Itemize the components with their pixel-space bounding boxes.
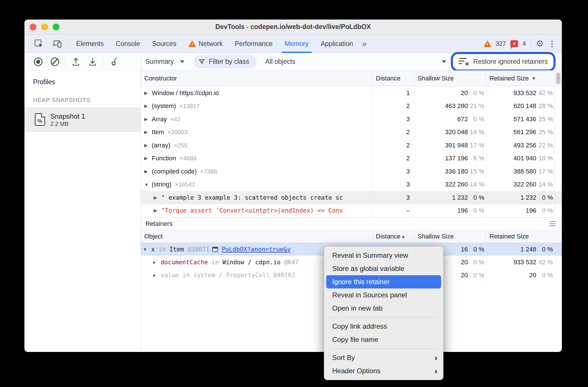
column-header-retained-size[interactable]: Retained Size▼ bbox=[486, 70, 555, 86]
settings-gear-icon[interactable]: ⚙ bbox=[536, 39, 544, 48]
table-row[interactable]: ▼(string)×16542 3 322 26014 % 322 26014 … bbox=[141, 178, 562, 191]
column-header-shallow-size[interactable]: Shallow Size bbox=[414, 230, 486, 242]
minimize-window-button[interactable] bbox=[41, 24, 48, 30]
record-heap-snapshot-icon[interactable] bbox=[31, 55, 46, 68]
retainers-menu-icon[interactable] bbox=[549, 221, 556, 226]
tab-sources[interactable]: Sources bbox=[146, 34, 182, 53]
objects-filter-select[interactable]: All objects bbox=[265, 58, 295, 66]
expand-icon[interactable]: ▶ bbox=[144, 130, 152, 135]
submenu-chevron-icon: › bbox=[435, 353, 437, 362]
errors-icon[interactable]: ✕ bbox=[510, 40, 518, 47]
menu-item-open-in-new-tab[interactable]: Open in new tab bbox=[324, 302, 443, 315]
load-profile-icon[interactable] bbox=[68, 55, 83, 68]
view-controls: Summary Filter by class All objects ✕ Re… bbox=[141, 53, 562, 70]
warnings-icon[interactable]: ! bbox=[484, 41, 491, 47]
clear-profiles-icon[interactable] bbox=[47, 55, 62, 68]
menu-item-ignore-this-retainer[interactable]: Ignore this retainer bbox=[326, 275, 441, 288]
menu-item-copy-link-address[interactable]: Copy link address bbox=[324, 320, 443, 333]
table-row[interactable]: ▶(system)×13817 2 463 28021 % 620 14828 … bbox=[141, 100, 562, 113]
expand-icon[interactable]: ▶ bbox=[153, 273, 161, 278]
column-header-object[interactable]: Object bbox=[141, 230, 372, 242]
menu-divider bbox=[329, 349, 439, 349]
tab-label: Sources bbox=[152, 40, 176, 48]
devtools-tabbar: Elements Console Sources ! Network Perfo… bbox=[24, 34, 562, 53]
tab-elements[interactable]: Elements bbox=[70, 34, 110, 53]
table-row[interactable]: ▶(compiled code)×7386 3 336 18015 % 388 … bbox=[141, 165, 562, 178]
reveal-object-icon[interactable] bbox=[212, 247, 218, 252]
menu-divider bbox=[329, 317, 439, 317]
toolbar-separator bbox=[103, 57, 103, 67]
tab-label: Application bbox=[321, 40, 353, 48]
column-header-constructor[interactable]: Constructor bbox=[141, 70, 372, 86]
table-row[interactable]: ▶Window / https://cdpn.io 1 200 % 933 53… bbox=[141, 86, 562, 100]
perspective-select[interactable]: Summary bbox=[145, 58, 174, 66]
menu-item-store-as-global-variable[interactable]: Store as global variable bbox=[324, 262, 443, 275]
expand-icon[interactable]: ▶ bbox=[144, 156, 152, 161]
inspect-element-icon[interactable] bbox=[30, 34, 48, 53]
tab-network[interactable]: ! Network bbox=[182, 34, 229, 53]
source-link[interactable]: PoLdbOX?anon=true&v bbox=[222, 246, 291, 253]
tab-console[interactable]: Console bbox=[110, 34, 146, 53]
menu-item-header-options[interactable]: Header Options› bbox=[324, 364, 443, 378]
devtools-window: DevTools - codepen.io/web-dot-dev/live/P… bbox=[24, 20, 562, 352]
close-window-button[interactable] bbox=[30, 24, 36, 30]
sidebar-item-snapshot-1[interactable]: % Snapshot 1 2.2 MB bbox=[24, 107, 141, 132]
retainers-title: Retainers bbox=[145, 220, 172, 228]
chevron-down-icon[interactable] bbox=[442, 60, 446, 63]
expand-icon[interactable]: ▶ bbox=[153, 260, 161, 265]
tab-performance[interactable]: Performance bbox=[229, 34, 279, 53]
snapshot-size: 2.2 MB bbox=[50, 121, 85, 127]
column-header-distance[interactable]: Distance▲ bbox=[372, 230, 414, 242]
restore-ignored-retainers-button[interactable]: ✕ Restore ignored retainers bbox=[451, 52, 556, 72]
menu-item-copy-file-name[interactable]: Copy file name bbox=[324, 333, 443, 346]
expand-icon[interactable]: ▶ bbox=[144, 143, 152, 148]
submenu-chevron-icon: › bbox=[435, 367, 437, 375]
warning-count[interactable]: 327 bbox=[495, 40, 506, 47]
expand-icon[interactable]: ▶ bbox=[144, 169, 152, 174]
table-row[interactable]: ▶Item×20003 2 320 04814 % 561 29625 % bbox=[141, 126, 562, 139]
column-header-shallow-size[interactable]: Shallow Size bbox=[414, 70, 486, 86]
tab-label: Console bbox=[116, 40, 140, 48]
device-toolbar-icon[interactable] bbox=[48, 34, 66, 53]
heap-table-header: Constructor Distance Shallow Size Retain… bbox=[141, 70, 562, 86]
overflow-menu-icon[interactable]: ⋮ bbox=[548, 39, 556, 49]
expand-icon[interactable]: ▶ bbox=[144, 117, 152, 122]
expand-icon[interactable]: ▶ bbox=[144, 103, 152, 109]
context-menu: Reveal in Summary view Store as global v… bbox=[324, 246, 443, 380]
table-row[interactable]: ▶Function×4689 2 137 1966 % 401 94018 % bbox=[141, 152, 562, 165]
tab-application[interactable]: Application bbox=[315, 34, 359, 53]
tab-label: Network bbox=[199, 40, 223, 48]
sort-descending-icon: ▼ bbox=[532, 76, 536, 81]
table-row[interactable]: ▶"Torque assert 'Convert<uintptr>(endInd… bbox=[141, 204, 562, 217]
collapse-icon[interactable]: ▼ bbox=[144, 247, 151, 252]
table-row[interactable]: ▶(array)×255 2 391 94817 % 493 25622 % bbox=[141, 139, 562, 152]
restore-button-label: Restore ignored retainers bbox=[473, 58, 548, 66]
expand-icon[interactable]: ▶ bbox=[154, 195, 161, 200]
column-header-retained-size[interactable]: Retained Size bbox=[486, 230, 555, 242]
menu-item-reveal-in-sources-panel[interactable]: Reveal in Sources panel bbox=[324, 288, 443, 302]
save-profile-icon[interactable] bbox=[85, 55, 100, 68]
zoom-window-button[interactable] bbox=[53, 24, 59, 30]
error-count[interactable]: 4 bbox=[522, 40, 526, 47]
tab-label: Memory bbox=[285, 40, 309, 48]
table-row[interactable]: ▶Array×42 3 6720 % 571 43625 % bbox=[141, 113, 562, 126]
menu-item-reveal-in-summary-view[interactable]: Reveal in Summary view bbox=[324, 249, 443, 262]
column-header-distance[interactable]: Distance bbox=[372, 70, 414, 86]
profile-controls bbox=[24, 53, 141, 70]
tab-memory[interactable]: Memory bbox=[279, 34, 315, 53]
titlebar: DevTools - codepen.io/web-dot-dev/live/P… bbox=[24, 20, 562, 34]
window-title: DevTools - codepen.io/web-dot-dev/live/P… bbox=[215, 23, 371, 31]
class-filter-input[interactable]: Filter by class bbox=[193, 55, 257, 68]
menu-item-sort-by[interactable]: Sort By› bbox=[324, 351, 443, 364]
expand-icon[interactable]: ▶ bbox=[144, 91, 152, 96]
scrollbar-thumb[interactable] bbox=[556, 73, 560, 84]
profiles-sidebar: Profiles HEAP SNAPSHOTS % Snapshot 1 2.2… bbox=[24, 70, 141, 352]
tab-label: Elements bbox=[76, 40, 104, 48]
collapse-icon[interactable]: ▼ bbox=[144, 182, 152, 187]
clean-garbage-brush-icon[interactable] bbox=[106, 55, 121, 68]
chevron-down-icon[interactable] bbox=[180, 60, 185, 63]
more-tabs-icon[interactable]: » bbox=[359, 34, 370, 53]
scrollbar[interactable] bbox=[555, 70, 562, 86]
expand-icon[interactable]: ▶ bbox=[154, 208, 161, 213]
table-row-selected[interactable]: ▶" example 3 example 3: scattered object… bbox=[141, 191, 562, 204]
